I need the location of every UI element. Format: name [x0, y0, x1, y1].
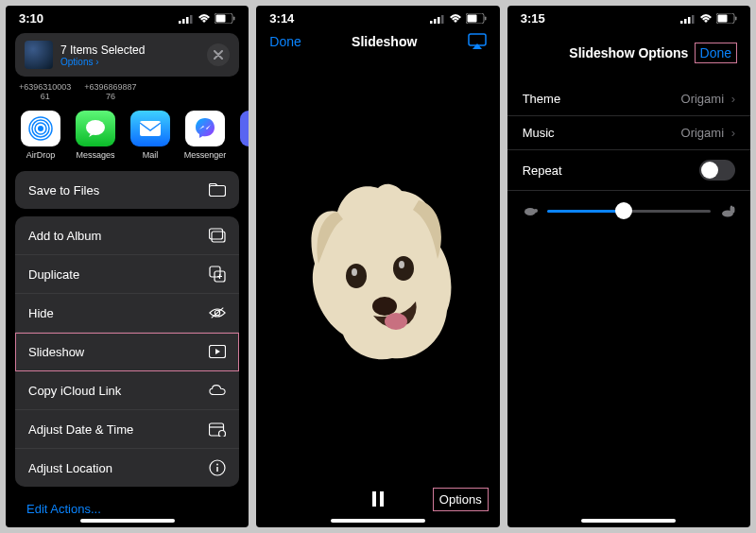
album-icon	[209, 227, 226, 244]
home-indicator[interactable]	[80, 519, 175, 523]
music-label: Music	[523, 126, 555, 140]
app-messenger[interactable]: Messenger	[183, 111, 227, 160]
app-messages[interactable]: Messages	[74, 111, 117, 160]
status-time: 3:15	[521, 11, 545, 26]
action-adjust-location[interactable]: Adjust Location	[15, 449, 239, 487]
slideshow-options-screen: 3:15 Slideshow Options Done Theme Origam…	[507, 6, 750, 527]
svg-point-36	[352, 268, 357, 276]
repeat-toggle[interactable]	[699, 160, 735, 181]
done-button[interactable]: Done	[695, 43, 737, 63]
action-copy-icloud-link[interactable]: Copy iCloud Link	[15, 371, 239, 410]
app-partial[interactable]: D	[238, 111, 249, 160]
svg-point-39	[372, 297, 397, 316]
done-button[interactable]: Done	[269, 34, 301, 49]
app-row[interactable]: AirDrop Messages Mail Messenger D	[6, 105, 249, 167]
svg-rect-30	[441, 15, 444, 24]
hide-icon	[209, 304, 226, 321]
status-time: 3:10	[19, 11, 43, 26]
svg-rect-0	[179, 21, 181, 24]
action-duplicate[interactable]: Duplicate	[15, 255, 239, 294]
status-indicators	[179, 13, 235, 24]
svg-point-25	[216, 464, 218, 466]
options-link[interactable]: Options ›	[60, 57, 199, 67]
theme-row[interactable]: Theme Origami ›	[507, 82, 750, 116]
info-icon	[209, 459, 226, 476]
action-hide[interactable]: Hide	[15, 294, 239, 333]
svg-rect-48	[717, 15, 727, 23]
airplay-icon	[468, 33, 487, 50]
rabbit-icon	[720, 204, 735, 217]
repeat-label: Repeat	[523, 163, 562, 178]
speed-slider-row	[507, 191, 750, 231]
slideshow-player-screen: 3:14 Done Slideshow Op	[256, 6, 499, 527]
airdrop-icon	[27, 115, 54, 142]
airplay-button[interactable]	[468, 33, 487, 50]
action-list: Add to Album Duplicate Hide Slideshow Co…	[15, 216, 239, 487]
pause-button[interactable]	[371, 491, 385, 507]
options-title: Slideshow Options	[569, 45, 688, 60]
save-to-files-button[interactable]: Save to Files	[15, 171, 239, 209]
messages-icon	[83, 116, 108, 141]
app-mail[interactable]: Mail	[129, 111, 172, 160]
music-value: Origami	[681, 126, 725, 140]
slideshow-nav: Done Slideshow	[256, 27, 499, 56]
svg-rect-44	[684, 19, 687, 24]
action-slideshow[interactable]: Slideshow	[15, 333, 239, 371]
svg-point-40	[385, 313, 407, 330]
calendar-icon	[209, 421, 226, 438]
home-indicator[interactable]	[331, 519, 425, 523]
svg-point-23	[219, 431, 226, 438]
svg-rect-3	[190, 15, 193, 24]
pause-icon	[371, 491, 385, 507]
chevron-right-icon: ›	[728, 92, 735, 106]
turtle-icon	[523, 205, 538, 216]
speed-slider[interactable]	[547, 210, 711, 213]
chevron-right-icon: ›	[728, 126, 735, 140]
folder-icon	[209, 181, 226, 198]
slideshow-stage[interactable]	[256, 56, 499, 480]
messenger-icon	[192, 115, 218, 142]
svg-rect-6	[233, 17, 235, 21]
status-time: 3:14	[269, 11, 294, 26]
repeat-row: Repeat	[507, 150, 750, 191]
options-nav: Slideshow Options Done	[507, 27, 750, 73]
contact-suggestions: +639631000361 +639686988776	[6, 77, 249, 105]
selection-title: 7 Items Selected	[60, 43, 199, 57]
svg-rect-29	[438, 17, 440, 24]
svg-rect-41	[372, 491, 376, 507]
svg-rect-46	[692, 15, 695, 24]
options-button[interactable]: Options	[433, 488, 489, 511]
action-adjust-date-time[interactable]: Adjust Date & Time	[15, 410, 239, 449]
signal-icon	[430, 14, 445, 24]
app-airdrop[interactable]: AirDrop	[19, 111, 62, 160]
svg-point-35	[346, 264, 367, 288]
mail-icon	[138, 119, 163, 138]
svg-point-38	[399, 261, 404, 268]
slideshow-icon	[209, 343, 226, 360]
svg-rect-1	[182, 19, 185, 24]
home-indicator[interactable]	[581, 519, 676, 523]
contact-item[interactable]: +639686988776	[84, 82, 136, 101]
close-button[interactable]	[207, 43, 230, 66]
svg-rect-27	[430, 21, 433, 24]
wifi-icon	[198, 14, 211, 24]
wifi-icon	[449, 14, 462, 24]
battery-icon	[716, 13, 737, 24]
status-indicators	[680, 13, 737, 24]
signal-icon	[179, 14, 194, 24]
signal-icon	[680, 14, 696, 24]
duplicate-icon	[209, 266, 226, 283]
svg-point-50	[524, 208, 536, 215]
svg-rect-32	[467, 15, 476, 23]
svg-rect-28	[434, 19, 437, 24]
action-add-to-album[interactable]: Add to Album	[15, 216, 239, 255]
svg-rect-43	[680, 21, 683, 24]
status-bar: 3:14	[256, 6, 499, 27]
status-indicators	[430, 13, 487, 24]
svg-rect-49	[735, 17, 737, 21]
theme-value: Origami	[681, 92, 725, 106]
selection-thumbnail	[25, 41, 53, 69]
battery-icon	[466, 13, 487, 24]
music-row[interactable]: Music Origami ›	[507, 116, 750, 150]
contact-item[interactable]: +639631000361	[19, 82, 71, 101]
